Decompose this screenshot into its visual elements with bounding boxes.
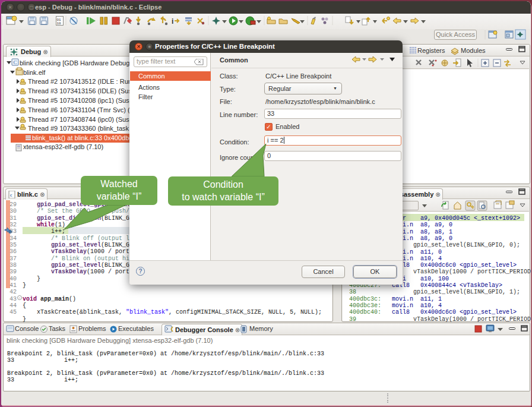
svg-text:c: c [10, 193, 12, 198]
svg-text:i: i [172, 17, 173, 26]
svg-text:C: C [14, 59, 17, 65]
svg-text:10: 10 [57, 21, 62, 26]
